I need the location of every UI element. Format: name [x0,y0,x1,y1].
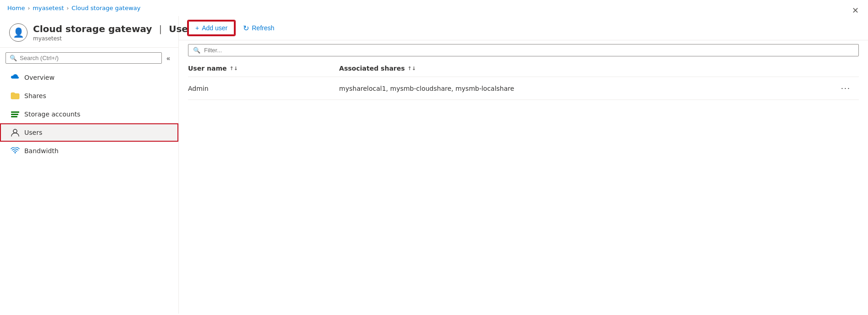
sidebar-item-overview[interactable]: Overview [0,68,178,87]
folder-icon [11,91,20,100]
page-subtitle: myasetest [33,35,198,42]
search-box: 🔍 [6,52,162,64]
sidebar-item-label-bandwidth: Bandwidth [24,147,59,155]
breadcrumb-cloud-storage-gateway[interactable]: Cloud storage gateway [72,5,140,11]
col-header-actions [831,60,859,77]
sidebar-item-bandwidth[interactable]: Bandwidth [0,142,178,160]
add-user-label: Add user [202,24,227,32]
cell-associated-shares: mysharelocal1, mysmb-cloudshare, mysmb-l… [339,77,831,100]
sidebar-item-storage-accounts[interactable]: Storage accounts [0,105,178,123]
users-table: User name ↑↓ Associated shares ↑↓ [188,60,859,100]
main-content: + Add user ↻ Refresh 🔍 [179,16,868,314]
col-header-username[interactable]: User name ↑↓ [188,60,339,77]
sidebar-item-label-storage: Storage accounts [24,111,80,118]
filter-row: 🔍 [179,40,868,60]
breadcrumb-home[interactable]: Home [7,5,25,11]
sidebar-item-label-shares: Shares [24,92,46,99]
col-header-shares[interactable]: Associated shares ↑↓ [339,60,831,77]
sidebar-item-label-overview: Overview [24,74,55,81]
filter-search-icon: 🔍 [193,47,200,54]
search-row: 🔍 « [0,48,178,68]
svg-point-0 [13,129,17,133]
sort-icon-shares: ↑↓ [408,66,416,71]
person-icon: 👤 [13,27,24,38]
refresh-label: Refresh [252,24,274,32]
table-row: Adminmysharelocal1, mysmb-cloudshare, my… [188,77,859,100]
cell-username: Admin [188,77,339,100]
refresh-button[interactable]: ↻ Refresh [237,21,281,35]
breadcrumb-sep-1: › [28,5,30,11]
sidebar-nav: Overview Shares [0,68,178,160]
add-user-button[interactable]: + Add user [188,21,235,35]
cloud-icon [11,73,20,82]
search-input[interactable] [20,55,158,61]
sidebar-item-shares[interactable]: Shares [0,87,178,105]
more-actions-button[interactable]: ··· [838,83,853,94]
collapse-icon: « [166,55,170,62]
breadcrumb: Home › myasetest › Cloud storage gateway [0,0,868,16]
search-icon: 🔍 [10,55,17,61]
sidebar-item-label-users: Users [24,129,42,136]
toolbar: + Add user ↻ Refresh [179,16,868,40]
table-area: User name ↑↓ Associated shares ↑↓ [179,60,868,314]
cell-more-actions: ··· [831,77,859,100]
wifi-icon [11,146,20,155]
page-title: Cloud storage gateway | Users [33,23,198,34]
filter-input[interactable] [204,47,854,54]
collapse-button[interactable]: « [164,53,173,64]
refresh-icon: ↻ [243,24,249,33]
storage-icon [11,110,20,119]
breadcrumb-sep-2: › [66,5,69,11]
avatar: 👤 [9,23,28,42]
sort-icon-username: ↑↓ [229,66,238,71]
sidebar-item-users[interactable]: Users [0,123,178,142]
close-button[interactable]: ✕ [852,6,859,16]
user-icon [11,128,20,137]
sidebar-header: 👤 Cloud storage gateway | Users myasetes… [0,16,178,48]
breadcrumb-myasetest[interactable]: myasetest [33,5,64,11]
header-title-block: Cloud storage gateway | Users myasetest [33,23,198,42]
filter-box: 🔍 [188,44,859,56]
sidebar: 👤 Cloud storage gateway | Users myasetes… [0,16,179,314]
add-icon: + [195,24,199,32]
